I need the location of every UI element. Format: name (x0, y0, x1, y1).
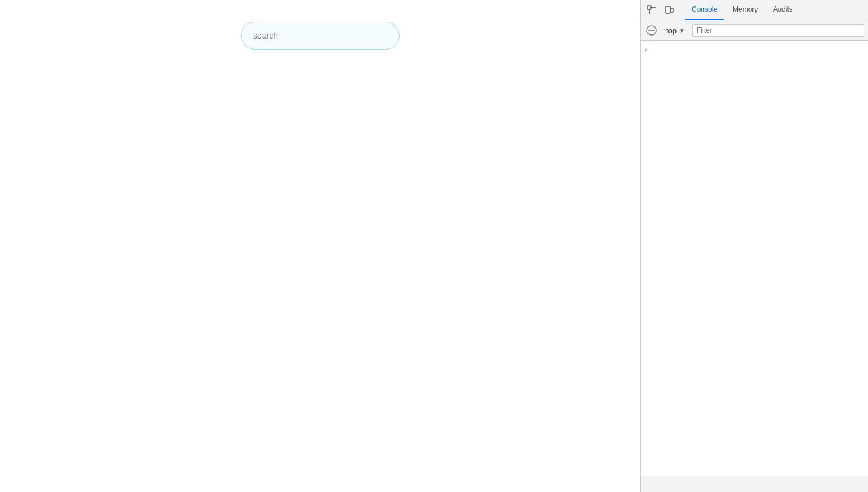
tab-console[interactable]: Console (685, 0, 724, 20)
devtools-topbar: Console Memory Audits (641, 0, 868, 20)
inspect-element-button[interactable] (643, 2, 660, 18)
chevron-right-icon: › (645, 44, 647, 53)
devtools-toolbar: top ▼ (641, 20, 868, 41)
filter-input[interactable] (692, 24, 864, 37)
svg-rect-3 (666, 6, 670, 13)
context-label: top (666, 26, 677, 35)
console-prompt[interactable]: › (641, 43, 868, 54)
devtools-console: › (641, 41, 868, 476)
separator (681, 4, 681, 16)
devtools-panel: Console Memory Audits top ▼ › (640, 0, 868, 492)
main-page (0, 0, 640, 492)
device-toolbar-button[interactable] (661, 2, 677, 18)
devtools-bottombar (641, 476, 868, 492)
svg-rect-0 (648, 6, 651, 9)
tab-audits[interactable]: Audits (766, 0, 799, 20)
svg-rect-4 (671, 8, 673, 12)
dropdown-arrow-icon: ▼ (679, 27, 685, 34)
tab-memory[interactable]: Memory (726, 0, 765, 20)
clear-console-button[interactable] (645, 23, 659, 37)
console-input[interactable] (645, 479, 864, 490)
context-dropdown[interactable]: top ▼ (662, 25, 689, 37)
search-input[interactable] (241, 22, 400, 50)
